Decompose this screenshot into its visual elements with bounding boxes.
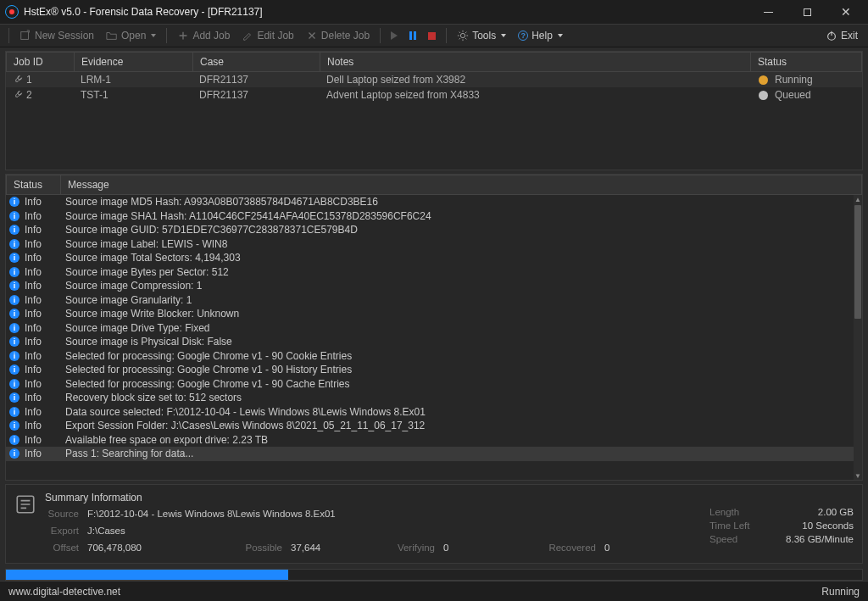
log-row[interactable]: iInfoSelected for processing: Google Chr… — [6, 377, 854, 392]
info-icon: i — [9, 337, 19, 347]
open-button[interactable]: Open — [101, 27, 161, 44]
source-label: Source — [45, 509, 87, 519]
recovered-value: 0 — [604, 543, 609, 553]
info-icon: i — [9, 281, 19, 291]
log-status: Info — [25, 210, 65, 222]
log-row[interactable]: iInfoSource image Granularity: 1 — [6, 293, 854, 308]
scroll-up-icon[interactable]: ▲ — [854, 195, 862, 203]
recovered-label: Recovered — [545, 543, 604, 553]
log-row[interactable]: iInfoData source selected: F:\2012-10-04… — [6, 405, 854, 420]
log-row[interactable]: iInfoSource image Bytes per Sector: 512 — [6, 265, 854, 280]
exit-label: Exit — [841, 30, 858, 42]
log-row[interactable]: iInfoSource image MD5 Hash: A993A08B0738… — [6, 195, 854, 209]
log-row[interactable]: iInfoSource image Total Sectors: 4,194,3… — [6, 251, 854, 265]
maximize-button[interactable] — [795, 3, 819, 20]
pause-button[interactable] — [404, 29, 421, 42]
window-controls: ✕ — [756, 3, 863, 20]
log-row[interactable]: iInfoExport Session Folder: J:\Cases\Lew… — [6, 419, 854, 433]
log-status: Info — [25, 350, 65, 362]
log-status: Info — [25, 448, 65, 459]
log-status: Info — [25, 252, 65, 264]
log-message: Source image GUID: 57D1EDE7C36977C283878… — [65, 224, 358, 236]
log-row[interactable]: iInfoSource image Drive Type: Fixed — [6, 321, 854, 336]
job-id: 2 — [26, 89, 32, 101]
statusbar-state: Running — [821, 586, 860, 598]
summary-panel: Summary Information Source F:\2012-10-04… — [5, 484, 863, 564]
tools-menu[interactable]: Tools — [452, 27, 511, 44]
info-icon: i — [9, 211, 19, 221]
scroll-down-icon[interactable]: ▼ — [854, 471, 862, 480]
col-case[interactable]: Case — [193, 53, 320, 71]
help-menu[interactable]: ? Help — [513, 27, 568, 44]
job-case: DFR21137 — [199, 89, 248, 101]
log-status: Info — [25, 378, 65, 390]
job-id: 1 — [26, 74, 32, 86]
delete-job-button[interactable]: Delete Job — [301, 27, 375, 44]
tools-label: Tools — [472, 30, 496, 42]
log-scrollbar[interactable]: ▲ ▼ — [854, 195, 862, 480]
chevron-down-icon — [151, 34, 156, 37]
log-status: Info — [25, 322, 65, 334]
delete-job-label: Delete Job — [321, 30, 370, 42]
info-icon: i — [9, 253, 19, 263]
log-status: Info — [25, 336, 65, 348]
log-row[interactable]: iInfoSelected for processing: Google Chr… — [6, 349, 854, 364]
log-row[interactable]: iInfoSource image is Physical Disk: Fals… — [6, 335, 854, 349]
log-row[interactable]: iInfoSource image Write Blocker: Unknown — [6, 307, 854, 321]
length-value: 2.00 GB — [818, 507, 854, 517]
log-row[interactable]: iInfoSelected for processing: Google Chr… — [6, 363, 854, 377]
col-log-message[interactable]: Message — [61, 175, 861, 194]
status-dot-icon — [759, 75, 768, 85]
log-message: Selected for processing: Google Chrome v… — [65, 364, 352, 376]
col-log-status[interactable]: Status — [7, 175, 61, 194]
col-status[interactable]: Status — [751, 53, 861, 71]
log-row[interactable]: iInfoAvailable free space on export driv… — [6, 433, 854, 448]
log-message: Recovery block size set to: 512 sectors — [65, 392, 242, 403]
log-status: Info — [25, 238, 65, 250]
log-message: Source image SHA1 Hash: A1104C46CF25414A… — [65, 210, 431, 222]
info-icon: i — [9, 295, 19, 305]
power-icon — [826, 30, 837, 42]
log-row[interactable]: iInfoSource image Label: LEWIS - WIN8 — [6, 237, 854, 252]
col-notes[interactable]: Notes — [320, 53, 751, 71]
job-notes: Dell Laptop seized from X3982 — [326, 74, 465, 86]
summary-title: Summary Information — [45, 492, 701, 504]
new-session-button[interactable]: New Session — [14, 27, 99, 44]
log-row[interactable]: iInfoSource image GUID: 57D1EDE7C36977C2… — [6, 223, 854, 237]
info-icon: i — [9, 225, 19, 235]
pause-icon — [409, 31, 416, 40]
info-icon: i — [9, 448, 19, 459]
log-status: Info — [25, 406, 65, 418]
job-row[interactable]: 1LRM-1DFR21137Dell Laptop seized from X3… — [6, 72, 862, 87]
log-message: Source image Compression: 1 — [65, 280, 202, 292]
job-row[interactable]: 2TST-1DFR21137Advent Laptop seized from … — [6, 87, 862, 103]
log-row[interactable]: iInfoSource image SHA1 Hash: A1104C46CF2… — [6, 209, 854, 224]
new-session-label: New Session — [35, 30, 94, 42]
exit-button[interactable]: Exit — [821, 27, 863, 44]
info-icon: i — [9, 379, 19, 389]
minimize-button[interactable] — [756, 3, 780, 20]
play-button[interactable] — [386, 29, 403, 42]
close-button[interactable]: ✕ — [834, 3, 858, 20]
verifying-value: 0 — [443, 543, 545, 553]
info-icon: i — [9, 239, 19, 249]
wrench-icon — [13, 90, 23, 100]
log-status: Info — [25, 434, 65, 446]
open-label: Open — [121, 30, 146, 42]
col-evidence[interactable]: Evidence — [75, 53, 193, 71]
col-job-id[interactable]: Job ID — [7, 53, 75, 71]
log-status: Info — [25, 266, 65, 278]
edit-job-button[interactable]: Edit Job — [236, 27, 298, 44]
log-row[interactable]: iInfoSource image Compression: 1 — [6, 279, 854, 293]
add-job-button[interactable]: Add Job — [172, 27, 235, 44]
log-message: Selected for processing: Google Chrome v… — [65, 378, 350, 390]
speed-label: Speed — [709, 534, 737, 544]
log-message: Source image Drive Type: Fixed — [65, 322, 210, 334]
svg-rect-0 — [21, 32, 29, 40]
log-row[interactable]: iInfoRecovery block size set to: 512 sec… — [6, 391, 854, 405]
stop-button[interactable] — [423, 30, 441, 42]
log-message: Data source selected: F:\2012-10-04 - Le… — [65, 406, 426, 418]
log-message: Source image Total Sectors: 4,194,303 — [65, 252, 241, 264]
chevron-down-icon — [501, 34, 506, 37]
log-row[interactable]: iInfoPass 1: Searching for data... — [6, 447, 854, 461]
